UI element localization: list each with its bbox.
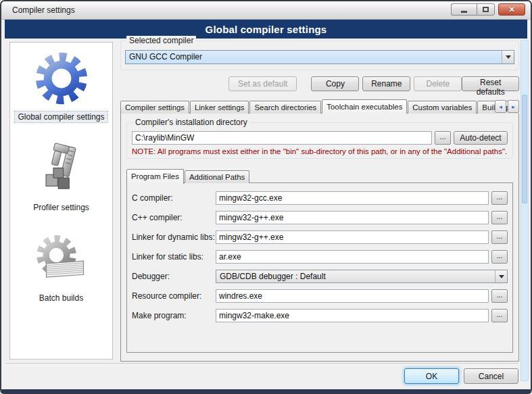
installation-directory-group: Compiler's installation directory ... Au… — [126, 122, 513, 159]
programs-tabstrip: Program Files Additional Paths — [126, 168, 513, 183]
reset-defaults-button[interactable]: Reset defaults — [462, 76, 519, 91]
delete-button[interactable]: Delete — [414, 76, 462, 91]
installation-directory-label: Compiler's installation directory — [132, 118, 250, 127]
maximize-icon — [483, 7, 489, 12]
cpp-compiler-browse-button[interactable]: ... — [491, 211, 508, 224]
linker-dynamic-browse-button[interactable]: ... — [491, 230, 508, 244]
ok-button[interactable]: OK — [404, 368, 459, 384]
minimize-icon — [461, 11, 467, 13]
resource-compiler-input[interactable] — [216, 289, 489, 303]
c-compiler-label: C compiler: — [132, 193, 216, 203]
tab-compiler-settings[interactable]: Compiler settings — [120, 101, 189, 114]
sidebar-item-label: Global compiler settings — [15, 112, 107, 122]
linker-static-label: Linker for static libs: — [132, 252, 216, 262]
auto-detect-button[interactable]: Auto-detect — [454, 131, 508, 145]
tab-program-files[interactable]: Program Files — [126, 169, 184, 184]
linker-static-row: Linker for static libs: ... — [132, 250, 508, 264]
c-compiler-row: C compiler: ... — [132, 191, 508, 205]
c-compiler-input[interactable] — [216, 191, 489, 205]
linker-static-input[interactable] — [216, 250, 489, 264]
sidebar-item-profiler-settings[interactable]: Profiler settings — [30, 143, 92, 213]
browse-directory-button[interactable]: ... — [435, 131, 451, 145]
debugger-row: Debugger: GDB/CDB debugger : Default — [132, 270, 508, 283]
blue-gear-icon — [34, 51, 89, 109]
tab-scroll-left-button[interactable]: ◂ — [495, 100, 506, 113]
tab-toolchain-executables[interactable]: Toolchain executables — [322, 99, 407, 114]
caliper-icon — [34, 143, 87, 199]
tab-additional-paths[interactable]: Additional Paths — [185, 170, 249, 183]
selected-compiler-group: Selected compiler GNU GCC Compiler — [120, 41, 519, 70]
set-as-default-button[interactable]: Set as default — [228, 76, 297, 91]
scrollbar-thumb[interactable] — [522, 95, 527, 203]
installation-directory-input[interactable] — [132, 131, 432, 145]
vertical-scrollbar[interactable] — [521, 40, 529, 381]
debugger-dropdown[interactable]: GDB/CDB debugger : Default — [216, 270, 508, 283]
cpp-compiler-input[interactable] — [216, 211, 489, 224]
tab-linker-settings[interactable]: Linker settings — [190, 101, 249, 114]
debugger-value: GDB/CDB debugger : Default — [216, 270, 495, 282]
tab-search-directories[interactable]: Search directories — [249, 101, 321, 114]
tab-scroll-right-button[interactable]: ▸ — [508, 100, 519, 113]
page-title: Global compiler settings — [205, 24, 327, 35]
settings-tabstrip: Compiler settings Linker settings Search… — [120, 99, 519, 114]
sidebar-item-global-compiler-settings[interactable]: Global compiler settings — [15, 51, 107, 122]
minimize-button[interactable] — [451, 3, 477, 16]
c-compiler-browse-button[interactable]: ... — [491, 191, 508, 205]
window-title: Compiler settings — [12, 1, 75, 19]
linker-dynamic-label: Linker for dynamic libs: — [132, 232, 216, 242]
maximize-button[interactable] — [477, 3, 495, 16]
make-program-row: Make program: ... — [132, 309, 508, 322]
arrow-right-icon: ▸ — [512, 103, 515, 110]
cpp-compiler-row: C++ compiler: ... — [132, 211, 508, 224]
make-program-input[interactable] — [216, 309, 489, 322]
linker-dynamic-row: Linker for dynamic libs: ... — [132, 230, 508, 244]
window-controls: ✕ — [451, 3, 525, 16]
make-program-label: Make program: — [132, 311, 216, 320]
dialog-header: Global compiler settings — [5, 20, 527, 39]
debugger-label: Debugger: — [132, 272, 216, 281]
compiler-toolbar: Set as default Copy Rename Delete Reset … — [120, 76, 519, 91]
chevron-down-icon — [495, 270, 507, 282]
resource-compiler-row: Resource compiler: ... — [132, 289, 508, 303]
titlebar[interactable]: Compiler settings ✕ — [1, 1, 531, 20]
sidebar-item-label: Batch builds — [37, 293, 86, 303]
selected-compiler-dropdown[interactable]: GNU GCC Compiler — [125, 50, 514, 64]
tab-scroll-buttons: ◂ ▸ — [493, 100, 519, 113]
resource-compiler-label: Resource compiler: — [132, 291, 216, 301]
sidebar-item-batch-builds[interactable]: Batch builds — [34, 233, 89, 303]
arrow-left-icon: ◂ — [499, 103, 502, 110]
installation-note: NOTE: All programs must exist either in … — [132, 147, 508, 155]
program-files-panel: C compiler: ... C++ compiler: ... Linker… — [126, 182, 513, 353]
settings-sidebar: Global compiler settings — [9, 42, 113, 360]
selected-compiler-value: GNU GCC Compiler — [126, 51, 502, 64]
sidebar-item-label: Profiler settings — [30, 202, 92, 213]
copy-button[interactable]: Copy — [311, 76, 359, 91]
cancel-button[interactable]: Cancel — [464, 368, 518, 384]
selected-compiler-label: Selected compiler — [126, 36, 196, 45]
cpp-compiler-label: C++ compiler: — [132, 213, 216, 222]
make-program-browse-button[interactable]: ... — [491, 309, 508, 322]
linker-static-browse-button[interactable]: ... — [491, 250, 508, 264]
content-area: Selected compiler GNU GCC Compiler Set a… — [120, 41, 519, 362]
chevron-down-icon — [502, 51, 514, 64]
toolchain-executables-panel: Compiler's installation directory ... Au… — [120, 113, 519, 362]
linker-dynamic-input[interactable] — [216, 230, 489, 244]
close-button[interactable]: ✕ — [498, 3, 525, 16]
compiler-settings-dialog: Compiler settings ✕ Global compiler sett… — [0, 0, 532, 394]
gear-papers-icon — [34, 233, 89, 290]
resource-compiler-browse-button[interactable]: ... — [491, 289, 508, 303]
rename-button[interactable]: Rename — [362, 76, 410, 91]
dialog-footer: OK Cancel — [5, 363, 518, 384]
close-icon: ✕ — [508, 6, 514, 14]
tab-custom-variables[interactable]: Custom variables — [408, 101, 477, 114]
